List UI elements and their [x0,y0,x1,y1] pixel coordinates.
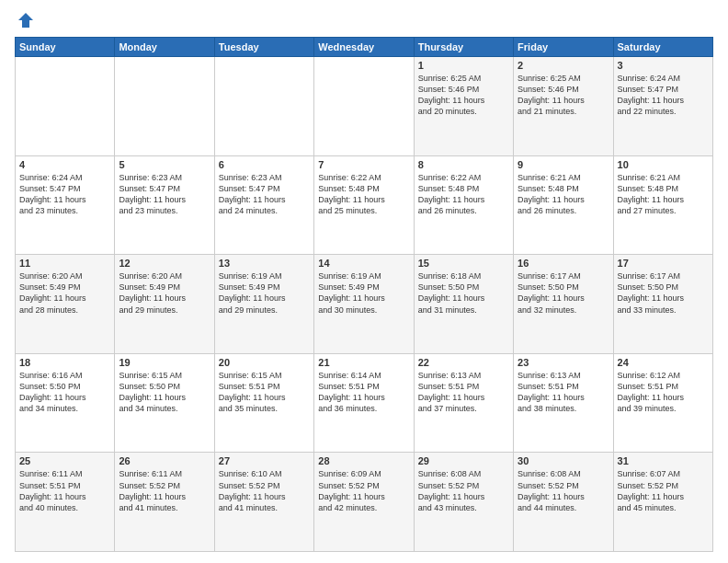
day-number: 16 [518,258,609,269]
logo-icon [17,11,35,29]
calendar-cell: 16Sunrise: 6:17 AM Sunset: 5:50 PM Dayli… [514,255,613,354]
day-info: Sunrise: 6:17 AM Sunset: 5:50 PM Dayligh… [618,270,709,316]
day-number: 23 [518,357,609,368]
day-number: 30 [518,455,609,466]
day-number: 18 [19,357,110,368]
calendar-cell: 27Sunrise: 6:10 AM Sunset: 5:52 PM Dayli… [214,453,313,552]
day-info: Sunrise: 6:24 AM Sunset: 5:47 PM Dayligh… [618,73,709,118]
day-number: 15 [418,258,509,269]
day-number: 3 [618,60,709,71]
day-info: Sunrise: 6:19 AM Sunset: 5:49 PM Dayligh… [219,270,310,316]
weekday-header-saturday: Saturday [613,38,712,57]
calendar-cell [115,57,214,156]
day-info: Sunrise: 6:24 AM Sunset: 5:47 PM Dayligh… [19,172,110,217]
weekday-header-wednesday: Wednesday [314,38,414,57]
day-number: 9 [518,159,609,170]
day-info: Sunrise: 6:21 AM Sunset: 5:48 PM Dayligh… [518,172,609,217]
day-number: 24 [618,357,709,368]
calendar-cell: 19Sunrise: 6:15 AM Sunset: 5:50 PM Dayli… [115,353,214,453]
calendar-cell: 4Sunrise: 6:24 AM Sunset: 5:47 PM Daylig… [16,155,115,255]
weekday-header-tuesday: Tuesday [214,38,313,57]
calendar-cell: 9Sunrise: 6:21 AM Sunset: 5:48 PM Daylig… [514,155,613,255]
calendar-cell: 24Sunrise: 6:12 AM Sunset: 5:51 PM Dayli… [613,353,712,453]
day-number: 29 [418,455,509,466]
weekday-header-thursday: Thursday [414,38,513,57]
day-number: 12 [119,258,210,269]
calendar-cell: 11Sunrise: 6:20 AM Sunset: 5:49 PM Dayli… [16,255,115,354]
weekday-header-sunday: Sunday [16,38,115,57]
calendar-cell: 6Sunrise: 6:23 AM Sunset: 5:47 PM Daylig… [214,155,313,255]
day-number: 25 [19,455,110,466]
calendar-cell [314,57,414,156]
header [15,11,713,29]
day-number: 7 [318,159,409,170]
day-number: 17 [618,258,709,269]
day-number: 4 [19,159,110,170]
calendar-cell: 30Sunrise: 6:08 AM Sunset: 5:52 PM Dayli… [514,453,613,552]
day-info: Sunrise: 6:21 AM Sunset: 5:48 PM Dayligh… [618,172,709,217]
calendar-cell: 8Sunrise: 6:22 AM Sunset: 5:48 PM Daylig… [414,155,513,255]
calendar-cell: 28Sunrise: 6:09 AM Sunset: 5:52 PM Dayli… [314,453,414,552]
calendar-cell: 12Sunrise: 6:20 AM Sunset: 5:49 PM Dayli… [115,255,214,354]
day-info: Sunrise: 6:14 AM Sunset: 5:51 PM Dayligh… [318,370,409,415]
calendar-cell: 10Sunrise: 6:21 AM Sunset: 5:48 PM Dayli… [613,155,712,255]
calendar-cell: 17Sunrise: 6:17 AM Sunset: 5:50 PM Dayli… [613,255,712,354]
day-number: 26 [119,455,210,466]
day-number: 8 [418,159,509,170]
day-number: 6 [219,159,310,170]
calendar-cell: 5Sunrise: 6:23 AM Sunset: 5:47 PM Daylig… [115,155,214,255]
calendar-cell: 25Sunrise: 6:11 AM Sunset: 5:51 PM Dayli… [16,453,115,552]
logo [15,11,35,29]
calendar-cell: 26Sunrise: 6:11 AM Sunset: 5:52 PM Dayli… [115,453,214,552]
day-info: Sunrise: 6:20 AM Sunset: 5:49 PM Dayligh… [119,270,210,316]
day-info: Sunrise: 6:16 AM Sunset: 5:50 PM Dayligh… [19,370,110,415]
day-info: Sunrise: 6:22 AM Sunset: 5:48 PM Dayligh… [418,172,509,217]
weekday-header-monday: Monday [115,38,214,57]
day-number: 13 [219,258,310,269]
day-info: Sunrise: 6:09 AM Sunset: 5:52 PM Dayligh… [318,468,409,513]
day-info: Sunrise: 6:08 AM Sunset: 5:52 PM Dayligh… [418,468,509,513]
day-number: 14 [318,258,409,269]
calendar-cell: 14Sunrise: 6:19 AM Sunset: 5:49 PM Dayli… [314,255,414,354]
day-number: 21 [318,357,409,368]
calendar: SundayMondayTuesdayWednesdayThursdayFrid… [15,37,713,552]
calendar-cell [214,57,313,156]
day-number: 27 [219,455,310,466]
day-number: 10 [618,159,709,170]
calendar-cell: 2Sunrise: 6:25 AM Sunset: 5:46 PM Daylig… [514,57,613,156]
calendar-cell: 23Sunrise: 6:13 AM Sunset: 5:51 PM Dayli… [514,353,613,453]
calendar-week-2: 4Sunrise: 6:24 AM Sunset: 5:47 PM Daylig… [16,155,713,255]
day-info: Sunrise: 6:18 AM Sunset: 5:50 PM Dayligh… [418,270,509,316]
calendar-cell: 31Sunrise: 6:07 AM Sunset: 5:52 PM Dayli… [613,453,712,552]
day-info: Sunrise: 6:20 AM Sunset: 5:49 PM Dayligh… [19,270,110,316]
day-number: 28 [318,455,409,466]
day-info: Sunrise: 6:11 AM Sunset: 5:52 PM Dayligh… [119,468,210,513]
svg-marker-0 [18,13,33,28]
day-info: Sunrise: 6:22 AM Sunset: 5:48 PM Dayligh… [318,172,409,217]
day-number: 2 [518,60,609,71]
day-info: Sunrise: 6:11 AM Sunset: 5:51 PM Dayligh… [19,468,110,513]
calendar-cell: 3Sunrise: 6:24 AM Sunset: 5:47 PM Daylig… [613,57,712,156]
calendar-cell: 18Sunrise: 6:16 AM Sunset: 5:50 PM Dayli… [16,353,115,453]
day-info: Sunrise: 6:25 AM Sunset: 5:46 PM Dayligh… [418,73,509,118]
day-number: 11 [19,258,110,269]
day-info: Sunrise: 6:07 AM Sunset: 5:52 PM Dayligh… [618,468,709,513]
day-number: 20 [219,357,310,368]
calendar-week-4: 18Sunrise: 6:16 AM Sunset: 5:50 PM Dayli… [16,353,713,453]
day-info: Sunrise: 6:25 AM Sunset: 5:46 PM Dayligh… [518,73,609,118]
calendar-week-1: 1Sunrise: 6:25 AM Sunset: 5:46 PM Daylig… [16,57,713,156]
day-info: Sunrise: 6:15 AM Sunset: 5:51 PM Dayligh… [219,370,310,415]
calendar-cell [16,57,115,156]
calendar-cell: 13Sunrise: 6:19 AM Sunset: 5:49 PM Dayli… [214,255,313,354]
day-info: Sunrise: 6:12 AM Sunset: 5:51 PM Dayligh… [618,370,709,415]
day-info: Sunrise: 6:23 AM Sunset: 5:47 PM Dayligh… [219,172,310,217]
day-number: 5 [119,159,210,170]
day-info: Sunrise: 6:13 AM Sunset: 5:51 PM Dayligh… [518,370,609,415]
weekday-header-row: SundayMondayTuesdayWednesdayThursdayFrid… [16,38,713,57]
page: SundayMondayTuesdayWednesdayThursdayFrid… [0,0,728,563]
calendar-cell: 15Sunrise: 6:18 AM Sunset: 5:50 PM Dayli… [414,255,513,354]
day-info: Sunrise: 6:10 AM Sunset: 5:52 PM Dayligh… [219,468,310,513]
calendar-week-3: 11Sunrise: 6:20 AM Sunset: 5:49 PM Dayli… [16,255,713,354]
day-number: 31 [618,455,709,466]
calendar-week-5: 25Sunrise: 6:11 AM Sunset: 5:51 PM Dayli… [16,453,713,552]
